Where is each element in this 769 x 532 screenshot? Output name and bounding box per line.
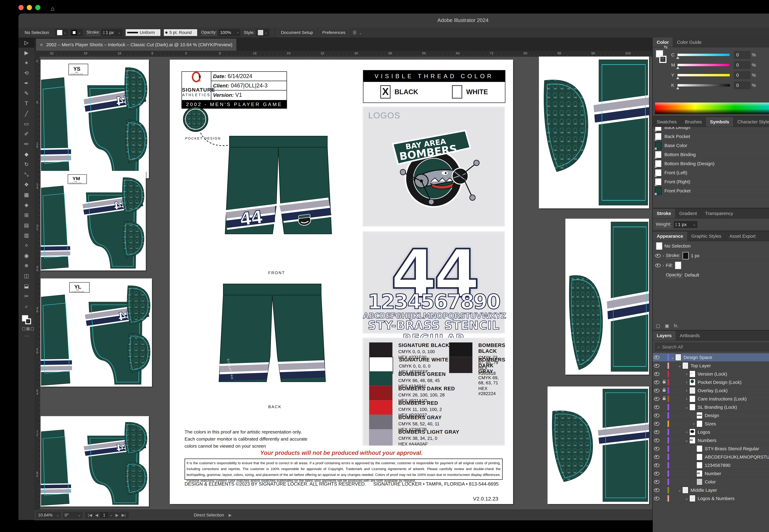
visibility-eye-icon[interactable] [654, 405, 660, 409]
expand-chevron-icon[interactable]: › [684, 430, 689, 434]
zoom-tool[interactable]: ⌕ [18, 301, 34, 311]
rotation-select[interactable]: 0°⌄ [63, 511, 83, 519]
symbol-item[interactable]: Front (Left) [653, 168, 769, 177]
layer-row[interactable]: › Sizes [653, 420, 769, 428]
tab-brushes[interactable]: Brushes [681, 117, 706, 127]
shaper-tool[interactable]: ✏ [18, 139, 34, 149]
window-close-button[interactable] [18, 5, 24, 10]
layer-name[interactable]: Color [705, 479, 769, 485]
lock-icon[interactable] [663, 398, 666, 400]
tab-artboards[interactable]: Artboards [676, 331, 704, 340]
preferences-button[interactable]: Preferences [319, 29, 349, 36]
perspective-grid-tool[interactable]: ⊞ [18, 210, 34, 220]
layer-row[interactable]: ⌄ Top Layer [653, 362, 769, 370]
main-proof-artboard[interactable]: SIGNATURE ATHLETICS Date:6/14/2024 Clien… [170, 60, 513, 504]
tab-stroke[interactable]: Stroke [653, 209, 675, 218]
expand-chevron-icon[interactable]: ⌄ [684, 438, 689, 443]
gradient-tool[interactable]: ▥ [18, 230, 34, 240]
channel-slider[interactable] [677, 64, 730, 66]
new-stroke-icon[interactable]: ▢ [656, 323, 660, 328]
visibility-eye-icon[interactable] [654, 439, 660, 442]
curvature-tool[interactable]: ✎ [18, 88, 34, 98]
canvas-viewport[interactable]: SIGNATURE ATHLETICS Date:6/14/2024 Clien… [40, 57, 652, 510]
pattern-artboard-partial[interactable]: OLL 44 [41, 416, 149, 506]
symbol-item[interactable]: Back Design [653, 127, 769, 132]
layer-name[interactable]: Care Instructions (Lock) [698, 396, 769, 402]
add-effect-icon[interactable]: fx. [674, 323, 679, 328]
canvas[interactable]: 3224168081624324048566472808896104112 08… [34, 51, 652, 510]
layer-row[interactable]: ⌄ Middle Layer [653, 486, 769, 494]
layer-name[interactable]: Numbers [698, 438, 769, 443]
lock-icon[interactable] [663, 381, 666, 383]
edit-toolbar-icon[interactable]: ⋯ [25, 333, 34, 339]
color-channel-y[interactable]: Y 0 % [653, 70, 769, 80]
visibility-eye-icon[interactable] [654, 356, 660, 359]
color-spectrum-bar[interactable] [655, 102, 769, 114]
visibility-eye-icon[interactable] [654, 397, 660, 401]
magic-wand-tool[interactable]: ✶ [18, 58, 34, 68]
layer-name[interactable]: ABCDEFGHIJKLMNOPQRSTUVWXYZ [705, 454, 769, 460]
visibility-eye-icon[interactable] [654, 480, 660, 484]
pen-tool[interactable]: ✒ [18, 78, 34, 88]
layer-row[interactable]: › V2.0 Version (Lock) [653, 370, 769, 378]
channel-value-input[interactable]: 0 [734, 61, 750, 69]
eyedropper-tool[interactable]: ✧ [18, 240, 34, 250]
tab-swatches[interactable]: Swatches [653, 117, 681, 127]
visibility-eye-icon[interactable] [654, 414, 660, 417]
layer-row[interactable]: STY-Brass Stencil Regular [653, 445, 769, 453]
document-tab[interactable]: × 2002 – Men's Player Shorts – Interlock… [36, 39, 237, 51]
channel-value-input[interactable]: 0 [734, 71, 750, 79]
layer-row[interactable]: › Overlay (Lock) [653, 386, 769, 395]
layer-name[interactable]: Middle Layer [691, 488, 769, 493]
type-tool[interactable]: T [18, 98, 34, 108]
weight-label[interactable]: Weight: [656, 222, 671, 227]
appearance-stroke-row[interactable]: › Stroke: 1 px [653, 251, 769, 261]
free-transform-tool[interactable]: ▦ [18, 190, 34, 200]
new-fill-icon[interactable]: ▣ [665, 323, 669, 328]
pattern-artboard-YM[interactable]: OLL YM 2002 M's Player Game Shorts 44 [41, 171, 146, 270]
tab-appearance[interactable]: Appearance [653, 231, 687, 241]
artboard-tool[interactable]: ⬓ [18, 281, 34, 291]
graph-tool[interactable]: ◫ [18, 271, 34, 281]
layer-name[interactable]: 1234567890 [705, 463, 769, 468]
appearance-fill-row[interactable]: › Fill: [653, 261, 769, 270]
tab-symbols[interactable]: Symbols [706, 117, 733, 127]
lock-icon[interactable] [663, 390, 666, 392]
paintbrush-tool[interactable]: ✐ [18, 129, 34, 139]
layer-row[interactable]: 1234567890 [653, 461, 769, 469]
home-icon[interactable]: ⌂ [51, 5, 54, 12]
layer-row[interactable]: › Logos [653, 428, 769, 436]
visibility-eye-icon[interactable] [654, 422, 660, 426]
variable-width-profile-select[interactable]: Uniform⌄ [125, 29, 160, 36]
pattern-artboard-YL[interactable]: OLL YL 2002 M's Player Game Shorts 44 [41, 278, 152, 387]
layer-name[interactable]: STY-Brass Stencil Regular [705, 446, 769, 451]
rotate-tool[interactable]: ↻ [18, 159, 34, 169]
tab-close-icon[interactable]: × [40, 42, 43, 48]
thread-color-option[interactable]: XBLACK [380, 85, 418, 99]
fill-color-picker[interactable]: ⌄ [55, 29, 68, 36]
draw-modes[interactable] [22, 327, 34, 330]
visibility-eye-icon[interactable] [654, 389, 660, 392]
expand-chevron-icon[interactable]: ⌄ [677, 488, 682, 493]
layers-search-field[interactable]: ⌕ Search All [655, 343, 769, 351]
fill-stroke-indicator[interactable] [22, 315, 31, 324]
expand-chevron-icon[interactable]: › [691, 421, 696, 426]
symbol-item[interactable]: Front Pocket [653, 186, 769, 195]
document-setup-button[interactable]: Document Setup [278, 29, 316, 36]
layer-row[interactable]: › Care Instructions (Lock) [653, 395, 769, 403]
channel-slider[interactable] [677, 84, 730, 87]
appearance-opacity-row[interactable]: › Opacity: Default [653, 270, 769, 280]
eraser-tool[interactable]: ◆ [18, 149, 34, 159]
expand-chevron-icon[interactable]: ⌄ [684, 496, 689, 501]
visibility-eye-icon[interactable] [654, 430, 660, 434]
fill-stroke-widget[interactable]: ⇆ [656, 50, 667, 63]
layer-name[interactable]: Design [705, 413, 769, 418]
visibility-eye-icon[interactable] [654, 497, 660, 500]
layer-row[interactable]: 44 Number [653, 469, 769, 478]
window-zoom-button[interactable] [35, 5, 40, 10]
layer-name[interactable]: Number [705, 471, 769, 476]
visibility-eye-icon[interactable] [654, 364, 660, 368]
symbol-sprayer-tool[interactable]: ✵ [18, 261, 34, 271]
channel-slider[interactable] [677, 53, 730, 56]
visibility-eye-icon[interactable] [654, 380, 660, 384]
